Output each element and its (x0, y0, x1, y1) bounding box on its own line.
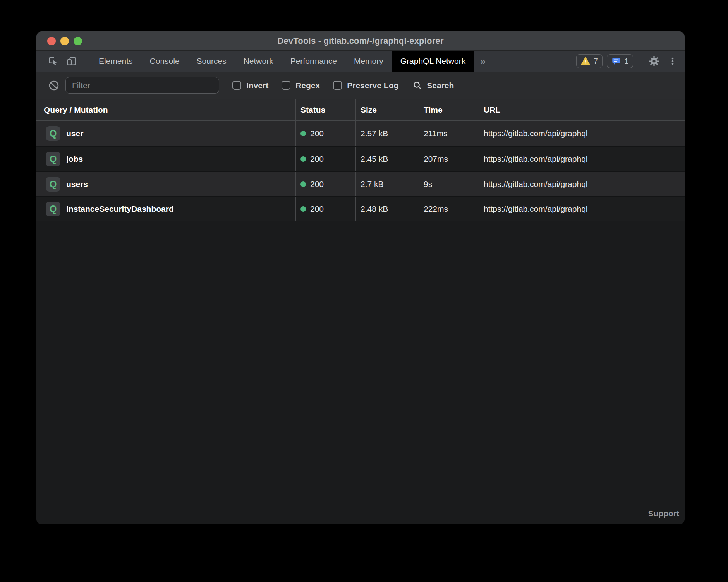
query-cell: Q instanceSecurityDashboard (36, 197, 295, 221)
regex-label: Regex (295, 81, 320, 90)
query-cell: Q users (36, 172, 295, 196)
query-name: users (66, 180, 88, 189)
query-name: instanceSecurityDashboard (66, 204, 174, 214)
devtools-tab-bar: Elements Console Sources Network Perform… (36, 51, 685, 72)
status-ok-dot (300, 131, 306, 136)
window-title: DevTools - gitlab.com/-/graphql-explorer (36, 36, 685, 46)
preserve-log-label: Preserve Log (347, 81, 398, 90)
warnings-count: 7 (594, 57, 598, 66)
search-button[interactable]: Search (412, 80, 454, 91)
query-name: jobs (66, 154, 83, 164)
query-cell: Q jobs (36, 147, 295, 171)
url-cell: https://gitlab.com/api/graphql (479, 172, 685, 196)
warning-icon (581, 56, 590, 66)
column-header-size[interactable]: Size (355, 99, 419, 120)
table-row[interactable]: Q users 200 2.7 kB 9s https://gitlab.com… (36, 171, 685, 196)
status-cell: 200 (295, 172, 355, 196)
time-cell: 222ms (419, 197, 479, 221)
size-cell: 2.57 kB (355, 121, 419, 146)
query-type-badge: Q (46, 152, 60, 166)
kebab-menu-icon[interactable] (668, 56, 678, 66)
status-ok-dot (300, 181, 306, 187)
column-header-time[interactable]: Time (419, 99, 479, 120)
status-code: 200 (310, 129, 324, 138)
query-type-badge: Q (46, 126, 60, 141)
devtools-window: DevTools - gitlab.com/-/graphql-explorer… (36, 31, 685, 524)
search-icon (412, 80, 422, 91)
url-cell: https://gitlab.com/api/graphql (479, 121, 685, 146)
column-header-url[interactable]: URL (479, 99, 685, 120)
query-cell: Q user (36, 121, 295, 146)
search-label: Search (427, 81, 454, 90)
time-cell: 207ms (419, 147, 479, 171)
status-cell: 200 (295, 197, 355, 221)
tab-network[interactable]: Network (235, 51, 282, 72)
size-cell: 2.7 kB (355, 172, 419, 196)
query-type-badge: Q (46, 202, 60, 216)
column-header-status[interactable]: Status (295, 99, 355, 120)
size-cell: 2.45 kB (355, 147, 419, 171)
table-header-row: Query / Mutation Status Size Time URL (36, 99, 685, 121)
status-cell: 200 (295, 121, 355, 146)
invert-checkbox-group: Invert (232, 81, 268, 90)
invert-label: Invert (246, 81, 268, 90)
badge-separator (640, 55, 640, 67)
messages-badge[interactable]: 1 (607, 54, 633, 68)
preserve-log-checkbox[interactable] (333, 81, 342, 90)
tab-console[interactable]: Console (141, 51, 188, 72)
column-header-query-mutation[interactable]: Query / Mutation (36, 99, 295, 120)
url-cell: https://gitlab.com/api/graphql (479, 197, 685, 221)
status-cell: 200 (295, 147, 355, 171)
query-name: user (66, 129, 83, 138)
tab-performance[interactable]: Performance (282, 51, 345, 72)
status-ok-dot (300, 206, 306, 212)
tab-memory[interactable]: Memory (345, 51, 392, 72)
regex-checkbox-group: Regex (282, 81, 320, 90)
preserve-log-checkbox-group: Preserve Log (333, 81, 398, 90)
inspect-element-icon[interactable] (48, 56, 58, 66)
tab-elements[interactable]: Elements (90, 51, 141, 72)
device-toolbar-icon[interactable] (67, 56, 77, 66)
status-code: 200 (310, 154, 324, 164)
table-row[interactable]: Q jobs 200 2.45 kB 207ms https://gitlab.… (36, 146, 685, 171)
regex-checkbox[interactable] (282, 81, 290, 90)
empty-request-area: Support (36, 221, 685, 524)
more-tabs-button[interactable]: » (474, 56, 492, 67)
settings-gear-icon[interactable] (648, 55, 660, 67)
filter-input[interactable] (65, 77, 219, 94)
message-bubble-icon (611, 56, 621, 66)
time-cell: 211ms (419, 121, 479, 146)
support-link[interactable]: Support (648, 509, 679, 518)
messages-count: 1 (624, 57, 628, 66)
warnings-badge[interactable]: 7 (576, 54, 603, 68)
clear-requests-icon[interactable] (48, 80, 60, 91)
table-row[interactable]: Q instanceSecurityDashboard 200 2.48 kB … (36, 196, 685, 221)
filter-bar: Invert Regex Preserve Log Search (36, 72, 685, 99)
tab-sources[interactable]: Sources (188, 51, 235, 72)
invert-checkbox[interactable] (232, 81, 241, 90)
size-cell: 2.48 kB (355, 197, 419, 221)
tab-graphql-network[interactable]: GraphQL Network (392, 51, 474, 72)
status-code: 200 (310, 180, 324, 189)
query-type-badge: Q (46, 177, 60, 192)
toolbar-separator (84, 56, 84, 67)
status-code: 200 (310, 204, 324, 214)
url-cell: https://gitlab.com/api/graphql (479, 147, 685, 171)
time-cell: 9s (419, 172, 479, 196)
status-ok-dot (300, 156, 306, 162)
title-bar: DevTools - gitlab.com/-/graphql-explorer (36, 31, 685, 51)
table-row[interactable]: Q user 200 2.57 kB 211ms https://gitlab.… (36, 121, 685, 146)
